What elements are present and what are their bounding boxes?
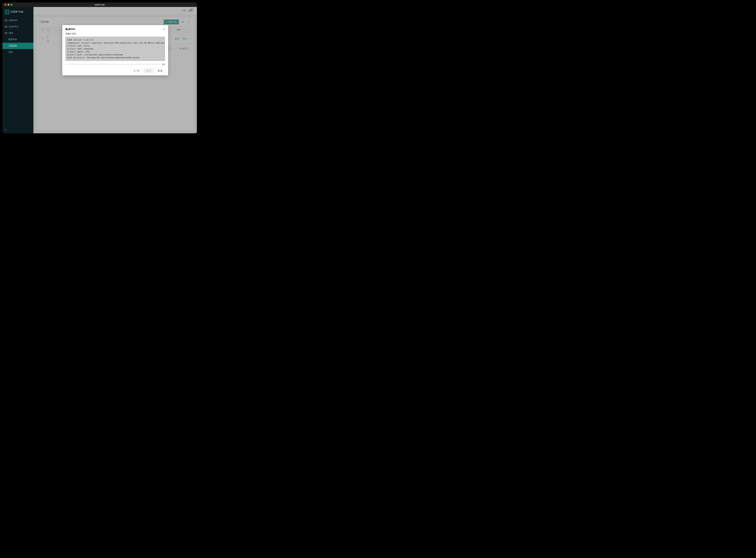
sidebar: GSDK Hub 自助SDK ⌄ Ender平台 ⌄ 我的 ⌃ 配置列表 工程记…	[2, 7, 33, 133]
modal-prev-button[interactable]: 上一步	[131, 68, 142, 73]
modal-footer: 上一步 取 消 集 成	[62, 67, 168, 75]
sidebar-item-self-sdk[interactable]: 自助SDK ⌄	[2, 17, 33, 24]
modal-close-button[interactable]: ✕	[163, 28, 165, 31]
modal-integrate-button[interactable]: 集 成	[155, 68, 165, 73]
app-body: GSDK Hub 自助SDK ⌄ Ender平台 ⌄ 我的 ⌃ 配置列表 工程记…	[2, 7, 197, 133]
sidebar-item-mine[interactable]: 我的 ⌃	[2, 30, 33, 36]
sidebar-item-label: 我的	[9, 32, 13, 34]
chevron-down-icon: ⌄	[30, 26, 31, 28]
modal-title: 集成SDK	[65, 28, 75, 31]
app-window: GSDK-Hub GSDK Hub 自助SDK ⌄ Ender平台 ⌄ 我的 ⌃	[2, 2, 197, 133]
sidebar-sub-config-list[interactable]: 配置列表	[2, 36, 33, 43]
sidebar-item-label: Ender平台	[9, 25, 19, 28]
chevron-down-icon: ⌄	[30, 20, 31, 22]
sidebar-footer: ⇤	[2, 126, 33, 133]
brand-logo-icon	[5, 10, 9, 14]
brand-text: GSDK Hub	[10, 10, 23, 13]
close-icon: ✕	[163, 28, 165, 31]
integrate-modal: 集成SDK ✕ 请确认信息： GSDK version: 3.16.2.0 co…	[62, 25, 168, 75]
sidebar-item-label: 自助SDK	[9, 19, 18, 22]
modal-overlay: 集成SDK ✕ 请确认信息： GSDK version: 3.16.2.0 co…	[33, 7, 197, 133]
progress-row: 0%	[62, 63, 168, 67]
sidebar-sub-settings[interactable]: 设置	[2, 49, 33, 55]
modal-subtitle: 请确认信息：	[62, 32, 168, 36]
sidebar-item-ender[interactable]: Ender平台 ⌄	[2, 24, 33, 30]
modal-code-block: GSDK version: 3.16.2.0 components: Accou…	[65, 36, 165, 61]
grid-icon	[5, 26, 7, 28]
brand: GSDK Hub	[2, 7, 33, 17]
window-title: GSDK-Hub	[2, 4, 197, 6]
modal-cancel-button: 取 消	[144, 68, 154, 73]
progress-bar	[65, 64, 161, 65]
grid-icon	[5, 32, 7, 34]
modal-header: 集成SDK ✕	[62, 25, 168, 32]
sidebar-sub-project-log[interactable]: 工程记录	[2, 43, 33, 49]
progress-value: 0%	[162, 63, 165, 66]
main-area: 1781 工程列表 + 添加工程 ⟳ ⤢	[33, 7, 197, 133]
collapse-sidebar-icon[interactable]: ⇤	[5, 128, 7, 131]
chevron-up-icon: ⌃	[30, 32, 31, 34]
grid-icon	[5, 20, 7, 21]
titlebar: GSDK-Hub	[2, 2, 197, 7]
